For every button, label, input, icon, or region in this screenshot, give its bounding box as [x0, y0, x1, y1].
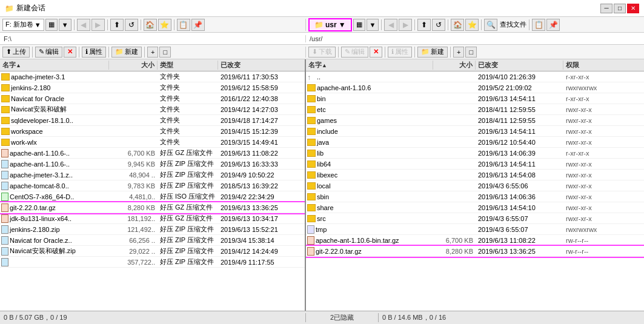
left-back-btn[interactable]: ◀ — [77, 19, 90, 31]
right-col-size[interactable]: 大小 — [433, 61, 476, 70]
gz-icon — [1, 203, 8, 212]
right-copy-btn[interactable]: 📋 — [532, 19, 545, 31]
left-view-toggle[interactable]: ▦ — [45, 19, 58, 31]
table-row[interactable]: libexec 2019/6/13 14:54:08 rwxr-xr-x — [306, 170, 644, 180]
table-row[interactable]: sqldeveloper-18.1.0.. 文件夹 2019/4/18 17:1… — [0, 115, 305, 126]
properties-btn[interactable]: ℹ 属性 — [82, 47, 106, 58]
new-folder-btn[interactable]: 📁 新建 — [111, 47, 142, 58]
table-row[interactable]: games 2018/4/11 12:59:55 rwxr-xr-x — [306, 115, 644, 126]
rcell-filename: sbin — [306, 193, 433, 200]
zip-icon — [1, 247, 8, 256]
right-new-btn[interactable]: 📁 新建 — [417, 47, 448, 58]
table-row[interactable]: workspace 文件夹 2019/4/15 15:12:39 — [0, 126, 305, 137]
cell-type: 文件夹 — [158, 137, 218, 147]
right-back-btn[interactable]: ◀ — [384, 19, 397, 31]
table-row[interactable]: src 2019/4/3 6:55:07 rwxr-xr-x — [306, 213, 644, 224]
table-row[interactable]: apache-ant-1.10.6-.. 9,945 KB 好压 ZIP 压缩文… — [0, 159, 305, 170]
left-home-btn[interactable]: 🏠 — [144, 19, 157, 31]
table-row[interactable]: apache-ant-1.10.6-bin.tar.gz 6,700 KB 20… — [306, 235, 644, 246]
rcell-perm: rwxr-xr-x — [563, 171, 644, 179]
left-file-list[interactable]: apache-jmeter-3.1 文件夹 2019/6/11 17:30:53… — [0, 71, 305, 311]
right-refresh-btn[interactable]: ↺ — [432, 19, 445, 31]
table-row[interactable]: sbin 2019/6/13 14:06:36 rwxr-xr-x — [306, 191, 644, 202]
table-row[interactable]: Navicat for Oracle.z.. 66,256 .. 好压 ZIP … — [0, 235, 305, 246]
upload-btn[interactable]: ⬆ 上传 — [2, 47, 30, 58]
table-row[interactable]: tmp 2019/4/3 6:55:07 rwxrwxrwx — [306, 224, 644, 235]
left-extra-btn2[interactable]: □ — [159, 47, 171, 58]
cell-type: 文件夹 — [158, 83, 218, 92]
left-forward-btn[interactable]: ▶ — [91, 19, 105, 31]
table-row[interactable]: lib64 2019/6/13 14:54:11 rwxr-xr-x — [306, 159, 644, 170]
table-row[interactable]: jdk-8u131-linux-x64.. 181,192.. 好压 GZ 压缩… — [0, 213, 305, 224]
left-col-type[interactable]: 类型 — [158, 61, 218, 70]
table-row[interactable]: Navicat安装和破解.zip 29,022 .. 好压 ZIP 压缩文件 2… — [0, 246, 305, 257]
left-filter-btn[interactable]: ▼ — [59, 19, 71, 31]
delete-btn[interactable]: ✕ — [64, 47, 76, 58]
right-properties-btn[interactable]: ℹ 属性 — [388, 47, 412, 58]
left-bookmark-btn[interactable]: ⭐ — [158, 19, 171, 31]
right-path[interactable]: /usr/ — [306, 35, 644, 42]
minimize-button[interactable]: ─ — [600, 4, 612, 13]
right-col-mtime[interactable]: 已改变 — [476, 61, 563, 70]
table-row[interactable]: apache-jmeter-3.1.z.. 48,904 .. 好压 ZIP 压… — [0, 170, 305, 180]
table-row[interactable]: include 2019/6/13 14:54:11 rwxr-xr-x — [306, 126, 644, 137]
table-row[interactable]: apache-tomcat-8.0.. 9,783 KB 好压 ZIP 压缩文件… — [0, 180, 305, 191]
left-col-mtime[interactable]: 已改变 — [218, 61, 305, 70]
right-paste-btn[interactable]: 📌 — [546, 19, 560, 31]
right-delete-btn[interactable]: ✕ — [370, 47, 382, 58]
table-row[interactable]: work-wlx 文件夹 2019/3/15 14:49:41 — [0, 137, 305, 148]
cell-mtime: 2018/5/13 16:39:22 — [218, 182, 305, 190]
table-row[interactable]: CentOS-7-x86_64-D.. 4,481,0.. 好压 ISO 压缩文… — [0, 191, 305, 202]
table-row[interactable]: etc 2018/4/11 12:59:55 rwxr-xr-x — [306, 104, 644, 115]
right-edit-btn[interactable]: ✎ 编辑 — [341, 47, 368, 58]
cell-type: 好压 ISO 压缩文件 — [158, 192, 218, 201]
left-extra-btn[interactable]: + — [147, 47, 158, 58]
table-row[interactable]: git-2.22.0.tar.gz 8,280 KB 2019/6/13 13:… — [306, 246, 644, 257]
table-row[interactable]: apache-ant-1.10.6 2019/5/2 21:09:02 rwxr… — [306, 82, 644, 93]
close-button[interactable]: ✕ — [627, 4, 639, 13]
cell-mtime: 2019/3/4 15:38:14 — [218, 237, 305, 244]
table-row[interactable]: jenkins-2.180 文件夹 2019/6/12 15:58:59 — [0, 82, 305, 93]
left-paste-btn[interactable]: 📌 — [191, 19, 205, 31]
right-extra-btn[interactable]: + — [453, 47, 464, 58]
right-col-perm[interactable]: 权限 — [563, 61, 644, 70]
rcell-perm: r-xr-xr-x — [563, 95, 644, 102]
table-row[interactable]: apache-ant-1.10.6-.. 6,700 KB 好压 GZ 压缩文件… — [0, 148, 305, 159]
right-file-list[interactable]: ↑ .. 2019/4/10 21:26:39 r-xr-xr-x apache… — [306, 71, 644, 311]
table-row[interactable]: Navicat安装和破解 文件夹 2019/4/12 14:27:03 — [0, 104, 305, 115]
right-drive-selector[interactable]: 📁 usr ▼ — [308, 18, 352, 31]
right-up-btn[interactable]: ⬆ — [417, 19, 431, 31]
table-row[interactable]: 357,722.. 好压 ZIP 压缩文件 2019/4/9 11:17:55 — [0, 257, 305, 268]
table-row[interactable]: share 2019/6/13 14:54:10 rwxr-xr-x — [306, 202, 644, 213]
right-filter-btn[interactable]: ▼ — [367, 19, 379, 31]
separator — [144, 47, 145, 58]
right-forward-btn[interactable]: ▶ — [399, 19, 412, 31]
table-row[interactable]: lib 2019/6/13 14:06:39 r-xr-xr-x — [306, 148, 644, 159]
left-col-size[interactable]: 大小 — [109, 61, 158, 70]
table-row[interactable]: ↑ .. 2019/4/10 21:26:39 r-xr-xr-x — [306, 71, 644, 82]
edit-btn[interactable]: ✎ 编辑 — [35, 47, 62, 58]
right-file-panel: 名字 大小 已改变 权限 ↑ .. 2019/4/10 21:26:39 r-x… — [306, 59, 644, 311]
download-btn[interactable]: ⬇ 下载 — [308, 47, 336, 58]
table-row[interactable]: jenkins-2.180.zip 121,492.. 好压 ZIP 压缩文件 … — [0, 224, 305, 235]
table-row[interactable]: bin 2019/6/13 14:54:11 r-xr-xr-x — [306, 93, 644, 104]
left-col-name[interactable]: 名字 — [0, 61, 109, 70]
table-row[interactable]: Navicat for Oracle 文件夹 2016/1/22 12:40:3… — [0, 93, 305, 104]
right-bookmark-btn[interactable]: ⭐ — [465, 19, 479, 31]
maximize-button[interactable]: □ — [614, 4, 626, 13]
left-path[interactable]: F:\ — [0, 35, 306, 42]
left-up-btn[interactable]: ⬆ — [110, 19, 124, 31]
left-copy-btn[interactable]: 📋 — [177, 19, 190, 31]
right-home-btn[interactable]: 🏠 — [451, 19, 464, 31]
left-drive-selector[interactable]: F: 新加卷 ▼ — [2, 19, 44, 31]
right-find-btn[interactable]: 🔍 — [484, 19, 497, 31]
separator — [385, 47, 385, 58]
right-extra-btn2[interactable]: □ — [465, 47, 477, 58]
left-refresh-btn[interactable]: ↺ — [125, 19, 138, 31]
right-view-toggle[interactable]: ▦ — [353, 19, 365, 31]
right-col-name[interactable]: 名字 — [306, 61, 433, 70]
table-row[interactable]: local 2019/4/3 6:55:06 rwxr-xr-x — [306, 180, 644, 191]
table-row[interactable]: git-2.22.0.tar.gz 8,280 KB 好压 GZ 压缩文件 20… — [0, 202, 305, 213]
table-row[interactable]: apache-jmeter-3.1 文件夹 2019/6/11 17:30:53 — [0, 71, 305, 82]
table-row[interactable]: java 2019/6/12 10:54:40 rwxr-xr-x — [306, 137, 644, 148]
